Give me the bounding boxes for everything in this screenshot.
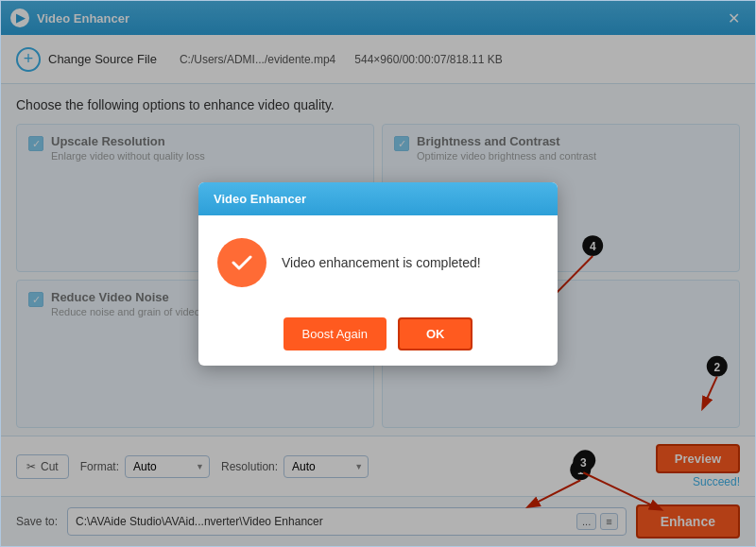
main-window: ▶ Video Enhancer ✕ + Change Source File … xyxy=(0,0,756,547)
checkmark-icon xyxy=(229,249,255,276)
success-icon xyxy=(217,238,266,287)
dialog-body: Video enhancement is completed! xyxy=(198,215,558,306)
dialog-message: Video enhancement is completed! xyxy=(282,255,481,270)
dialog-title: Video Enhancer xyxy=(214,192,306,206)
dialog-titlebar: Video Enhancer xyxy=(198,182,558,215)
ok-button[interactable]: OK xyxy=(398,317,473,350)
dialog-footer: Boost Again OK xyxy=(198,306,558,366)
dialog-overlay: Video Enhancer Video enhancement is comp… xyxy=(1,1,755,546)
boost-again-button[interactable]: Boost Again xyxy=(284,317,387,350)
dialog: Video Enhancer Video enhancement is comp… xyxy=(198,182,558,366)
